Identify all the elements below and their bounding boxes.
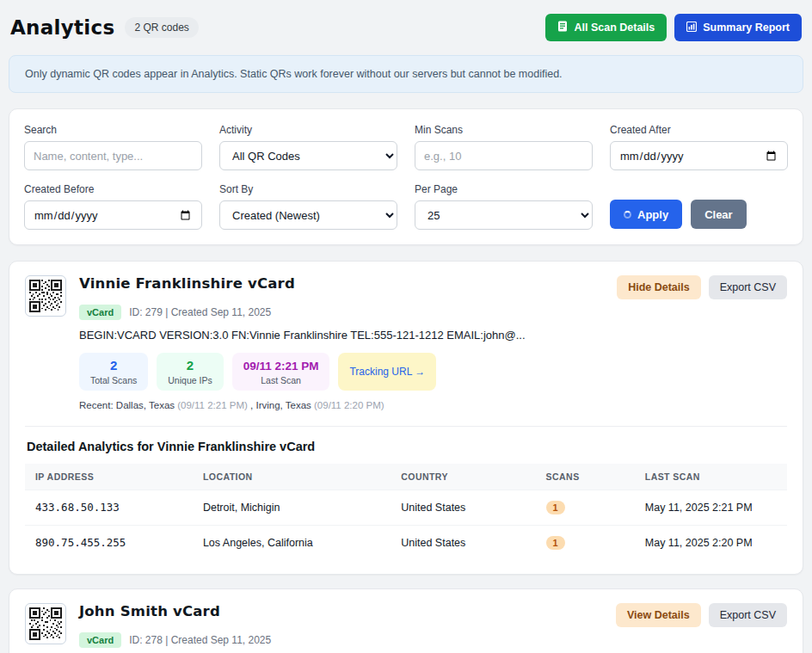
card-meta: ID: 278 | Created Sep 11, 2025 [129, 634, 271, 646]
scan-count-badge: 1 [546, 501, 565, 514]
cell-last-scan: May 11, 2025 2:20 PM [635, 525, 787, 560]
created-before-label: Created Before [24, 183, 202, 195]
recent-time: (09/11 2:20 PM) [314, 400, 384, 410]
cell-country: United States [391, 525, 535, 560]
column-location: LOCATION [193, 464, 391, 490]
export-csv-button[interactable]: Export CSV [709, 603, 787, 627]
filter-panel: Search Activity All QR Codes Min Scans C… [9, 108, 803, 245]
created-after-field-group: Created After [610, 124, 788, 170]
per-page-field-group: Per Page 25 [415, 183, 593, 230]
activity-select[interactable]: All QR Codes [219, 141, 397, 170]
min-scans-label: Min Scans [415, 124, 593, 136]
detailed-analytics-section: Detailed Analytics for Vinnie Franklinsh… [25, 426, 787, 560]
qr-card-title: John Smith vCard [79, 603, 220, 619]
cell-location: Detroit, Michigin [193, 490, 391, 525]
recent-place: Irving, Texas [255, 400, 311, 410]
info-banner-text: Only dynamic QR codes appear in Analytic… [25, 68, 563, 80]
column-ip-address: IP ADDRESS [25, 464, 193, 490]
scan-count-badge: 1 [546, 536, 565, 550]
document-icon [557, 21, 568, 34]
info-banner: Only dynamic QR codes appear in Analytic… [9, 55, 803, 93]
hide-details-button[interactable]: Hide Details [617, 275, 701, 299]
tracking-url-box: Tracking URL → [338, 353, 436, 391]
sort-by-field-group: Sort By Created (Newest) [219, 183, 397, 230]
created-before-input[interactable] [24, 200, 202, 230]
recent-time: (09/11 2:21 PM) [177, 400, 248, 410]
activity-label: Activity [219, 124, 397, 136]
cell-scans: 1 [536, 525, 635, 560]
qr-card-vinnie: Vinnie Franklinshire vCard Hide Details … [9, 261, 803, 575]
qr-code-thumbnail [25, 275, 66, 317]
last-scan-value: 09/11 2:21 PM [243, 358, 319, 374]
created-before-field-group: Created Before [24, 183, 202, 230]
summary-report-label: Summary Report [703, 22, 790, 34]
summary-report-button[interactable]: Summary Report [674, 14, 802, 41]
cell-country: United States [391, 490, 535, 525]
created-after-label: Created After [610, 124, 788, 136]
column-scans: SCANS [536, 464, 635, 490]
search-input[interactable] [24, 141, 202, 170]
export-csv-button[interactable]: Export CSV [709, 275, 787, 299]
scan-details-table: IP ADDRESS LOCATION COUNTRY SCANS LAST S… [25, 464, 787, 560]
cell-scans: 1 [536, 490, 635, 525]
recent-label: Recent: [79, 400, 114, 410]
per-page-label: Per Page [415, 183, 593, 195]
min-scans-input[interactable] [415, 141, 593, 170]
card-meta: ID: 279 | Created Sep 11, 2025 [129, 306, 271, 318]
qr-card-john-smith: John Smith vCard View Details Export CSV… [9, 588, 803, 653]
cell-location: Los Angeles, California [193, 525, 391, 560]
column-country: COUNTRY [391, 464, 535, 490]
created-after-input[interactable] [610, 141, 788, 170]
recent-scans-line: Recent: Dallas, Texas (09/11 2:21 PM) , … [79, 400, 787, 410]
cell-ip: 433.68.50.133 [25, 490, 193, 525]
qr-card-title: Vinnie Franklinshire vCard [79, 275, 295, 292]
search-label: Search [24, 124, 202, 136]
last-scan-label: Last Scan [243, 375, 319, 385]
unique-ips-value: 2 [168, 358, 212, 374]
activity-field-group: Activity All QR Codes [219, 124, 397, 170]
search-field-group: Search [24, 124, 202, 170]
analytics-page: Analytics 2 QR codes All Scan Details Su… [0, 0, 812, 653]
clear-button[interactable]: Clear [691, 200, 747, 229]
apply-label: Apply [637, 208, 668, 221]
recent-separator: , [250, 400, 253, 410]
unique-ips-stat: 2 Unique IPs [157, 353, 223, 391]
apply-button[interactable]: Apply [610, 200, 682, 229]
tracking-url-link[interactable]: Tracking URL → [349, 366, 425, 378]
type-badge: vCard [79, 632, 121, 648]
page-title: Analytics [10, 16, 114, 39]
view-details-button[interactable]: View Details [616, 603, 701, 627]
table-header-row: IP ADDRESS LOCATION COUNTRY SCANS LAST S… [25, 464, 787, 490]
loading-spinner-icon [624, 211, 631, 219]
table-row: 890.75.455.255 Los Angeles, California U… [25, 525, 787, 560]
recent-place: Dallas, Texas [116, 400, 175, 410]
cell-ip: 890.75.455.255 [25, 525, 193, 560]
min-scans-field-group: Min Scans [415, 124, 593, 170]
column-last-scan: LAST SCAN [635, 464, 787, 490]
sort-by-select[interactable]: Created (Newest) [219, 200, 397, 230]
bar-chart-icon [686, 22, 697, 34]
table-row: 433.68.50.133 Detroit, Michigin United S… [25, 490, 787, 525]
last-scan-stat: 09/11 2:21 PM Last Scan [232, 353, 330, 391]
filter-buttons: Apply Clear [610, 183, 788, 230]
total-scans-value: 2 [90, 358, 137, 374]
all-scan-details-button[interactable]: All Scan Details [545, 14, 667, 41]
cell-last-scan: May 11, 2025 2:21 PM [635, 490, 787, 525]
header-actions: All Scan Details Summary Report [545, 14, 802, 41]
qr-count-badge: 2 QR codes [125, 17, 198, 38]
detailed-analytics-heading: Detailed Analytics for Vinnie Franklinsh… [25, 440, 787, 453]
total-scans-stat: 2 Total Scans [79, 353, 148, 391]
all-scan-details-label: All Scan Details [574, 22, 655, 34]
page-header: Analytics 2 QR codes All Scan Details Su… [9, 9, 803, 50]
qr-code-thumbnail [25, 603, 66, 644]
type-badge: vCard [79, 305, 121, 320]
per-page-select[interactable]: 25 [415, 200, 593, 230]
sort-by-label: Sort By [219, 183, 397, 195]
unique-ips-label: Unique IPs [168, 375, 212, 385]
total-scans-label: Total Scans [90, 375, 137, 385]
content-preview: BEGIN:VCARD VERSION:3.0 FN:Vinnie Frankl… [79, 329, 787, 342]
